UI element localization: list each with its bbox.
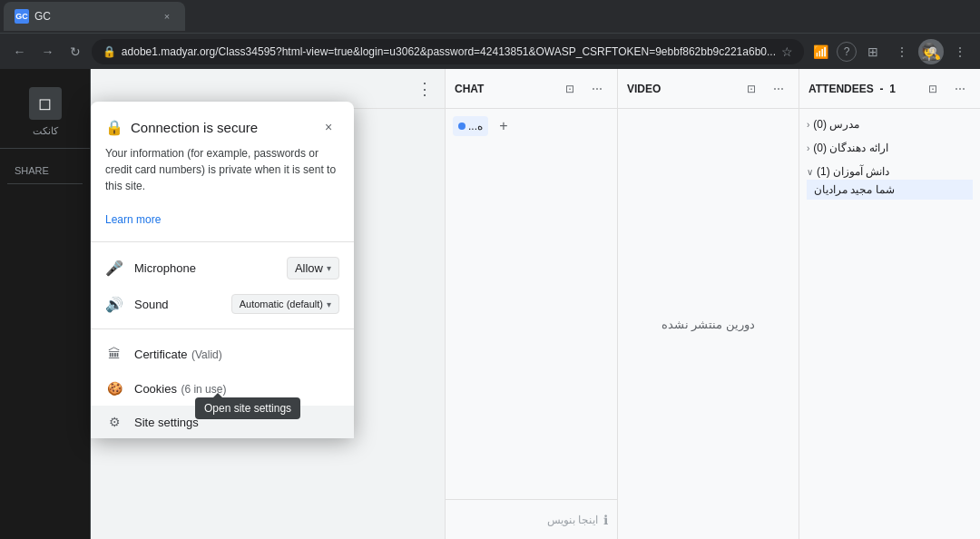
share-label: SHARE: [7, 158, 83, 184]
teachers-group-name: مدرس (0): [813, 118, 859, 131]
students-group-name: دانش آموزان (1): [817, 165, 889, 178]
lock-icon: 🔒: [103, 45, 116, 58]
address-bar[interactable]: 🔒 adobe1.madyar.org/Class34595?html-view…: [92, 39, 804, 64]
chat-area: ...ه +: [446, 109, 617, 499]
toolbar-right: 📶 ? ⊞ ⋮ 🕵 ⋮: [808, 39, 973, 64]
popup-divider-1: [91, 241, 354, 242]
address-text: adobe1.madyar.org/Class34595?html-view=t…: [122, 45, 776, 58]
sound-dropdown-icon: ▾: [327, 299, 331, 309]
popup-header: 🔒 Connection is secure ×: [91, 102, 354, 145]
attendee-item: شما مجید مرادیان: [807, 180, 973, 200]
sound-select[interactable]: Automatic (default) ▾: [231, 294, 339, 314]
tab-title: GC: [34, 10, 154, 23]
sound-label: Sound: [134, 298, 220, 311]
video-menu-button[interactable]: ⋯: [768, 78, 789, 100]
popup-divider-2: [91, 328, 354, 329]
sound-permission-row: 🔊 Sound Automatic (default) ▾: [91, 287, 354, 321]
bookmark-icon[interactable]: ☆: [781, 44, 793, 59]
microphone-label: Microphone: [134, 261, 276, 275]
tab-bar: GC GC ×: [0, 0, 980, 33]
site-settings-icon: ⚙: [105, 415, 123, 429]
browser-toolbar: ← → ↻ 🔒 adobe1.madyar.org/Class34595?htm…: [0, 33, 980, 69]
chat-tabs: ...ه +: [453, 116, 610, 136]
attendees-panel-title: ATTENDEES - 1: [808, 83, 916, 95]
video-empty-text: دورین منتشر نشده: [662, 318, 755, 331]
help-button[interactable]: ?: [837, 42, 857, 62]
attendees-panel-header: ATTENDEES - 1 ⊡ ⋯: [799, 69, 980, 109]
video-content: دورین منتشر نشده: [618, 109, 799, 539]
cookies-label: Cookies: [134, 382, 177, 396]
cookies-text-group: Cookies (6 in use): [134, 380, 226, 397]
cookies-sublabel: (6 in use): [181, 383, 226, 396]
attendee-group-presenters: › ارائه دهندگان (0): [799, 136, 980, 160]
certificate-text-group: Certificate (Valid): [134, 346, 222, 362]
video-panel-title: VIDEO: [627, 83, 735, 95]
popup-title: Connection is secure: [131, 120, 310, 135]
browser-frame: GC GC × ← → ↻ 🔒 adobe1.madyar.org/Class3…: [0, 0, 980, 539]
refresh-button[interactable]: ↻: [64, 39, 88, 64]
popup-close-button[interactable]: ×: [318, 116, 339, 138]
attendees-list: › مدرس (0) › ارائه دهندگان (0) ∨ دانش آم…: [799, 109, 980, 539]
teachers-group-header[interactable]: › مدرس (0): [807, 116, 973, 132]
attendees-menu-button[interactable]: ⋯: [949, 78, 971, 100]
microphone-dropdown-icon: ▾: [327, 263, 331, 273]
students-group-header[interactable]: ∨ دانش آموزان (1): [807, 163, 973, 180]
students-chevron-icon: ∨: [807, 167, 813, 177]
microphone-value: Allow: [295, 261, 323, 275]
certificate-sublabel: (Valid): [191, 348, 222, 361]
attendees-panel: ATTENDEES - 1 ⊡ ⋯ › مدرس (0) ›: [799, 69, 980, 539]
microphone-select[interactable]: Allow ▾: [287, 257, 339, 279]
menu-button[interactable]: ⋮: [889, 39, 915, 64]
chat-tab-item[interactable]: ...ه: [453, 116, 488, 136]
chat-add-button[interactable]: +: [494, 116, 514, 136]
chat-screen-button[interactable]: ⊡: [559, 78, 581, 100]
attendee-group-students: ∨ دانش آموزان (1) شما مجید مرادیان: [799, 160, 980, 203]
left-sidebar: ◻ کانکت SHARE: [0, 69, 91, 539]
sidebar-logo[interactable]: ◻: [29, 87, 62, 120]
popup-description: Your information (for example, passwords…: [105, 145, 339, 194]
attendee-name: شما مجید مرادیان: [814, 183, 895, 196]
site-settings-menu-item[interactable]: ⚙ Site settings: [91, 406, 354, 438]
browser-tab[interactable]: GC GC ×: [4, 2, 185, 31]
back-button[interactable]: ←: [7, 39, 32, 64]
microphone-permission-row: 🎤 Microphone Allow ▾: [91, 250, 354, 287]
extension-button[interactable]: ⊞: [860, 39, 886, 64]
cookies-icon: 🍪: [105, 381, 123, 396]
certificate-label: Certificate: [134, 348, 188, 361]
attendee-group-teachers: › مدرس (0): [799, 113, 980, 136]
security-popup: 🔒 Connection is secure × Your informatio…: [91, 102, 354, 438]
attendees-screen-button[interactable]: ⊡: [922, 78, 944, 100]
incognito-button[interactable]: 🕵: [918, 39, 944, 64]
certificate-icon: 🏛: [105, 347, 123, 361]
chat-panel-title: CHAT: [455, 83, 554, 95]
chat-input[interactable]: [455, 514, 598, 526]
sidebar-app-label: کانکت: [33, 125, 58, 137]
chat-panel-header: CHAT ⊡ ⋯: [446, 69, 617, 109]
presenters-group-name: ارائه دهندگان (0): [813, 142, 887, 154]
popup-body: Your information (for example, passwords…: [91, 145, 354, 234]
overflow-button[interactable]: ⋮: [947, 39, 973, 64]
tab-favicon: GC: [15, 9, 29, 24]
video-panel-header: VIDEO ⊡ ⋯: [618, 69, 799, 109]
site-settings-label: Site settings: [134, 416, 199, 429]
signal-icon[interactable]: 📶: [808, 39, 833, 64]
chat-tab-dot: [458, 122, 466, 130]
microphone-icon: 🎤: [105, 260, 123, 277]
chat-panel: CHAT ⊡ ⋯ ...ه + ℹ: [445, 69, 617, 539]
page-content: ◻ کانکت SHARE ⋮: [0, 69, 980, 539]
sound-icon: 🔊: [105, 296, 123, 313]
video-screen-button[interactable]: ⊡: [740, 78, 762, 100]
tab-close-button[interactable]: ×: [160, 9, 174, 24]
main-menu-button[interactable]: ⋮: [412, 76, 437, 102]
presenters-group-header[interactable]: › ارائه دهندگان (0): [807, 140, 973, 156]
popup-lock-icon: 🔒: [105, 119, 123, 136]
chat-info-icon: ℹ: [603, 513, 608, 527]
certificate-menu-item[interactable]: 🏛 Certificate (Valid): [91, 337, 354, 371]
chat-tab-text: ...ه: [468, 120, 483, 132]
chat-input-area: ℹ: [446, 499, 617, 539]
cookies-menu-item[interactable]: 🍪 Cookies (6 in use): [91, 371, 354, 406]
learn-more-link[interactable]: Learn more: [105, 213, 161, 226]
presenters-chevron-icon: ›: [807, 143, 809, 153]
chat-menu-button[interactable]: ⋯: [586, 78, 608, 100]
forward-button[interactable]: →: [35, 39, 60, 64]
